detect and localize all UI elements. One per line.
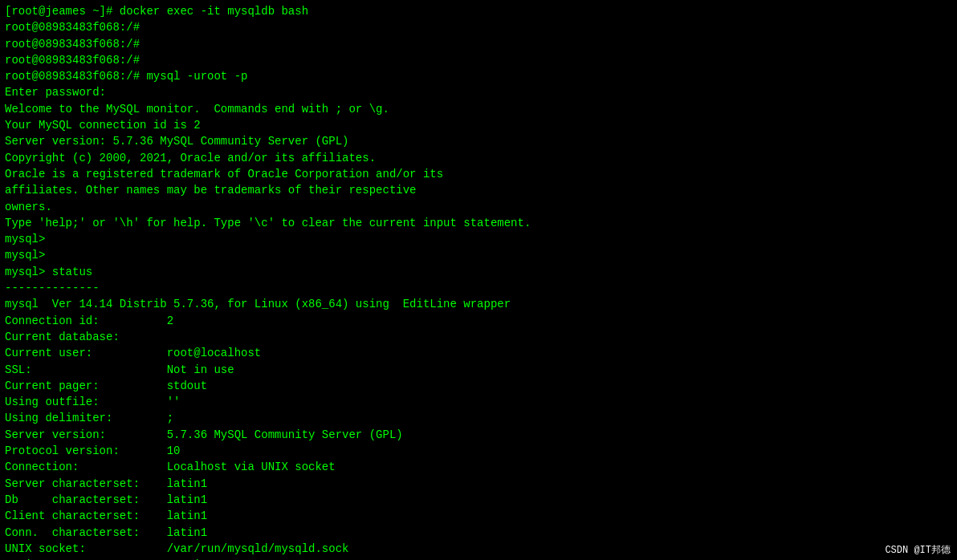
line31: Using delimiter: ; [5,410,952,426]
line35: Server characterset: latin1 [5,476,952,492]
line27: Current user: root@localhost [5,345,952,361]
line39: UNIX socket: /var/run/mysqld/mysqld.sock [5,541,952,557]
line11: Copyright (c) 2000, 2021, Oracle and/or … [5,150,952,166]
line26: Current database: [5,329,952,345]
line29: Current pager: stdout [5,378,952,394]
line30: Using outfile: '' [5,394,952,410]
line25: Connection id: 2 [5,313,952,329]
line4: root@08983483f068:/# [5,52,952,68]
line17: Type 'help;' or '\h' for help. Type '\c'… [5,215,952,231]
line3: root@08983483f068:/# [5,36,952,52]
terminal-window[interactable]: [root@jeames ~]# docker exec -it mysqldb… [0,0,957,560]
line28: SSL: Not in use [5,362,952,378]
terminal-output: [root@jeames ~]# docker exec -it mysqldb… [5,3,952,560]
line38: Conn. characterset: latin1 [5,525,952,541]
line9: Server version: 5.7.36 MySQL Community S… [5,133,952,149]
line21: mysql> status [5,264,952,280]
line32: Server version: 5.7.36 MySQL Community S… [5,427,952,443]
line14: affiliates. Other names may be trademark… [5,182,952,198]
line6: Enter password: [5,84,952,100]
line40: Uptime: 23 min 33 sec [5,557,952,560]
line19: mysql> [5,231,952,247]
line1: [root@jeames ~]# docker exec -it mysqldb… [5,3,952,19]
line23: mysql Ver 14.14 Distrib 5.7.36, for Linu… [5,296,952,312]
line7: Welcome to the MySQL monitor. Commands e… [5,101,952,117]
line8: Your MySQL connection id is 2 [5,117,952,133]
line34: Connection: Localhost via UNIX socket [5,459,952,475]
watermark: CSDN @IT邦德 [885,543,951,557]
line15: owners. [5,199,952,215]
line22: -------------- [5,280,952,296]
line33: Protocol version: 10 [5,443,952,459]
line5: root@08983483f068:/# mysql -uroot -p [5,68,952,84]
line37: Client characterset: latin1 [5,508,952,524]
line2: root@08983483f068:/# [5,19,952,35]
line13: Oracle is a registered trademark of Orac… [5,166,952,182]
line20: mysql> [5,247,952,263]
line36: Db characterset: latin1 [5,492,952,508]
